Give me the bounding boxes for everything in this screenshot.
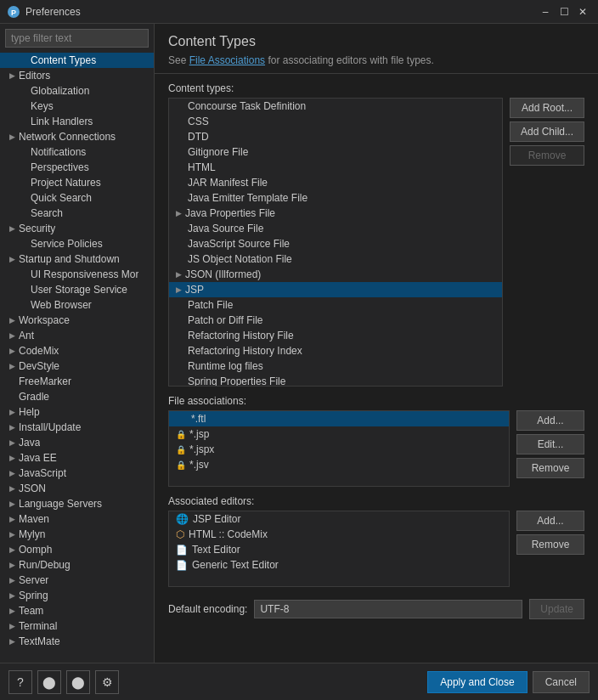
list-item[interactable]: HTML [169, 160, 502, 175]
list-item[interactable]: Spring Properties File [169, 374, 502, 387]
sidebar-item-label: Spring [19, 590, 48, 601]
sidebar-item-security[interactable]: ▶Security [0, 221, 154, 236]
list-item[interactable]: Runtime log files [169, 358, 502, 374]
add-root-button[interactable]: Add Root... [510, 98, 584, 118]
list-item[interactable]: DTD [169, 129, 502, 144]
sidebar-item-mylyn[interactable]: ▶Mylyn [0, 527, 154, 542]
sidebar-item-network-connections[interactable]: ▶Network Connections [0, 129, 154, 144]
sidebar-item-perspectives[interactable]: Perspectives [0, 160, 154, 175]
sidebar-item-workspace[interactable]: ▶Workspace [0, 313, 154, 328]
remove-content-button[interactable]: Remove [510, 145, 584, 166]
add-editor-button[interactable]: Add... [516, 511, 584, 531]
sidebar-item-maven[interactable]: ▶Maven [0, 511, 154, 527]
list-item[interactable]: Java Emitter Template File [169, 190, 502, 206]
list-item[interactable]: 🔒*.jsv [169, 457, 509, 472]
titlebar: P Preferences – ☐ ✕ [0, 0, 598, 24]
bottom-bar: ? ⬤ ⬤ ⚙ Apply and Close Cancel [0, 663, 598, 700]
content-types-section: Content types: Concourse Task Definition… [168, 82, 584, 387]
list-item[interactable]: ▶JSP [169, 282, 502, 297]
sidebar-item-run-debug[interactable]: ▶Run/Debug [0, 557, 154, 573]
sidebar-item-freemarker[interactable]: FreeMarker [0, 374, 154, 389]
sidebar-item-language-servers[interactable]: ▶Language Servers [0, 496, 154, 511]
sidebar-item-globalization[interactable]: Globalization [0, 83, 154, 99]
sidebar-item-link-handlers[interactable]: Link Handlers [0, 114, 154, 129]
sidebar-item-devstyle[interactable]: ▶DevStyle [0, 358, 154, 374]
list-item[interactable]: Java Source File [169, 221, 502, 236]
list-item[interactable]: JAR Manifest File [169, 175, 502, 190]
sidebar-item-java-ee[interactable]: ▶Java EE [0, 450, 154, 466]
encoding-input[interactable] [254, 600, 522, 618]
file-associations-listbox[interactable]: *.ftl🔒*.jsp🔒*.jspx🔒*.jsv [168, 410, 510, 487]
sidebar-item-server[interactable]: ▶Server [0, 573, 154, 588]
sidebar-item-ant[interactable]: ▶Ant [0, 328, 154, 343]
remove-assoc-button[interactable]: Remove [516, 458, 584, 478]
list-item[interactable]: JS Object Notation File [169, 251, 502, 267]
add-child-button[interactable]: Add Child... [510, 121, 584, 142]
sidebar-item-textmate[interactable]: ▶TextMate [0, 634, 154, 649]
list-item[interactable]: Concourse Task Definition [169, 99, 502, 114]
sidebar-item-label: Language Servers [19, 498, 102, 510]
add-assoc-button[interactable]: Add... [516, 410, 584, 431]
sidebar-item-java[interactable]: ▶Java [0, 435, 154, 450]
sidebar-item-notifications[interactable]: Notifications [0, 144, 154, 160]
sidebar-item-gradle[interactable]: Gradle [0, 389, 154, 404]
associated-editors-listbox[interactable]: 🌐JSP Editor⬡HTML :: CodeMix📄Text Editor📄… [168, 511, 510, 587]
list-item[interactable]: 🔒*.jsp [169, 426, 509, 442]
sidebar-item-json[interactable]: ▶JSON [0, 481, 154, 496]
list-item[interactable]: ⬡HTML :: CodeMix [169, 527, 509, 542]
sidebar-item-ui-responsiveness[interactable]: UI Responsiveness Mor [0, 267, 154, 282]
sidebar-item-codemix[interactable]: ▶CodeMix [0, 343, 154, 358]
sidebar-item-user-storage[interactable]: User Storage Service [0, 282, 154, 297]
sidebar-item-content-types[interactable]: Content Types [0, 53, 154, 68]
list-item[interactable]: CSS [169, 114, 502, 129]
sidebar-item-install-update[interactable]: ▶Install/Update [0, 420, 154, 435]
sidebar-item-spring[interactable]: ▶Spring [0, 588, 154, 603]
remove-editor-button[interactable]: Remove [516, 534, 584, 555]
cancel-button[interactable]: Cancel [533, 671, 590, 693]
list-item[interactable]: Refactoring History File [169, 328, 502, 343]
list-item[interactable]: Patch File [169, 297, 502, 313]
list-item[interactable]: 🌐JSP Editor [169, 511, 509, 527]
export-button[interactable]: ⬤ [66, 670, 90, 694]
content-types-listbox[interactable]: Concourse Task DefinitionCSSDTDGitignore… [168, 98, 503, 387]
sidebar-item-service-policies[interactable]: Service Policies [0, 236, 154, 251]
sidebar-item-oomph[interactable]: ▶Oomph [0, 542, 154, 557]
sidebar-item-javascript[interactable]: ▶JavaScript [0, 466, 154, 481]
sidebar-item-label: Startup and Shutdown [19, 253, 120, 265]
sidebar-item-terminal[interactable]: ▶Terminal [0, 618, 154, 634]
sidebar-item-search[interactable]: Search [0, 206, 154, 221]
close-button[interactable]: ✕ [574, 3, 591, 20]
apply-close-button[interactable]: Apply and Close [427, 671, 527, 693]
list-item[interactable]: ▶JSON (Illformed) [169, 267, 502, 282]
list-item[interactable]: Refactoring History Index [169, 343, 502, 358]
sidebar-item-help[interactable]: ▶Help [0, 404, 154, 420]
list-item[interactable]: JavaScript Source File [169, 236, 502, 251]
edit-assoc-button[interactable]: Edit... [516, 434, 584, 454]
sidebar-item-editors[interactable]: ▶Editors [0, 68, 154, 83]
sidebar-item-startup-shutdown[interactable]: ▶Startup and Shutdown [0, 251, 154, 267]
list-item[interactable]: 🔒*.jspx [169, 442, 509, 457]
list-item[interactable]: Patch or Diff File [169, 313, 502, 328]
sidebar-item-project-natures[interactable]: Project Natures [0, 175, 154, 190]
filter-input[interactable] [5, 29, 149, 48]
import-button[interactable]: ⬤ [37, 670, 61, 694]
list-item[interactable]: *.ftl [169, 411, 509, 426]
sidebar-item-label: TextMate [19, 635, 60, 647]
minimize-button[interactable]: – [537, 3, 554, 20]
sidebar-item-quick-search[interactable]: Quick Search [0, 190, 154, 206]
list-item[interactable]: Gitignore File [169, 144, 502, 160]
maximize-button[interactable]: ☐ [556, 3, 573, 20]
update-button[interactable]: Update [529, 599, 584, 619]
sidebar-item-label: Content Types [31, 54, 96, 66]
sidebar-item-label: Install/Update [19, 421, 81, 433]
list-item[interactable]: 📄Text Editor [169, 542, 509, 557]
sidebar-item-keys[interactable]: Keys [0, 99, 154, 114]
sidebar-item-web-browser[interactable]: Web Browser [0, 297, 154, 313]
settings-button[interactable]: ⚙ [95, 670, 119, 694]
encoding-label: Default encoding: [168, 603, 247, 615]
list-item[interactable]: ▶Java Properties File [169, 206, 502, 221]
help-button[interactable]: ? [8, 670, 32, 694]
sidebar-item-team[interactable]: ▶Team [0, 603, 154, 618]
list-item[interactable]: 📄Generic Text Editor [169, 557, 509, 573]
file-associations-link[interactable]: File Associations [189, 54, 265, 66]
